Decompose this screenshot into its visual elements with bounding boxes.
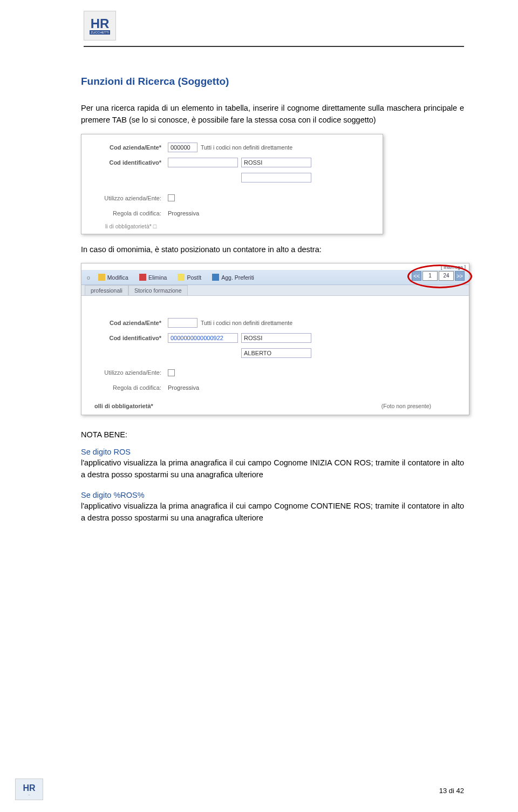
note-2-body: l'applicativo visualizza la prima anagra… (81, 500, 464, 524)
elimina-label: Elimina (148, 274, 167, 281)
note-1: Se digito ROS l'applicativo visualizza l… (81, 448, 464, 481)
surname-input[interactable]: ROSSI (241, 158, 311, 167)
postit-label: PostIt (187, 274, 201, 281)
name-input-2[interactable]: ALBERTO (241, 348, 311, 358)
header-rule (84, 46, 464, 47)
regola-label-2: Regola di codifica: (89, 384, 165, 391)
interroga-tag: [ Interroga ] (81, 263, 469, 270)
screenshot-form-1: Cod azienda/Ente* 000000 Tutti i codici … (81, 134, 383, 234)
cod-ident-label-2: Cod identificativo* (89, 335, 165, 341)
screenshot-form-2: [ Interroga ] o Modifica Elimina PostIt (81, 263, 469, 415)
cod-azienda-input-2[interactable]: 000000 (168, 318, 197, 328)
modifica-label: Modifica (107, 274, 128, 281)
note-1-body: l'applicativo visualizza la prima anagra… (81, 457, 464, 481)
pager-prev-button[interactable]: << (412, 271, 421, 281)
tabstrip: professionali Storico formazione (81, 285, 469, 296)
regola-value-2: Progressiva (168, 384, 199, 391)
cod-azienda-input[interactable]: 000000 (168, 143, 197, 152)
tab-storico-formazione[interactable]: Storico formazione (128, 285, 188, 295)
postit-button[interactable]: PostIt (173, 272, 206, 282)
intro-paragraph: Per una ricerca rapida di un elemento in… (81, 103, 464, 126)
toolbar: o Modifica Elimina PostIt (81, 270, 469, 285)
toolbar-prefix: o (85, 274, 92, 281)
name-input-empty[interactable] (241, 173, 311, 182)
postit-icon (178, 274, 185, 281)
utilizzo-label: Utilizzo azienda/Ente: (89, 195, 165, 201)
cod-ident-input-2[interactable]: 0000000000000922 (168, 333, 238, 343)
cod-ident-input-empty[interactable] (168, 158, 238, 167)
regola-value: Progressiva (168, 210, 199, 216)
agg-preferiti-button[interactable]: Agg. Preferiti (207, 272, 259, 282)
utilizzo-label-2: Utilizzo azienda/Ente: (89, 369, 165, 376)
logo-sub: ZUCCHETTI (90, 30, 110, 35)
note-2-title: Se digito %ROS% (81, 491, 464, 499)
footer-logo: HR — (15, 779, 43, 800)
pencil-icon (98, 274, 105, 281)
cutoff-text: li di obbligatorietà* □ (89, 223, 377, 231)
obblig-label: olli di obbligatorietà* (89, 401, 153, 411)
elimina-button[interactable]: Elimina (134, 272, 172, 282)
agg-label: Agg. Preferiti (221, 274, 254, 281)
page-title: Funzioni di Ricerca (Soggetto) (81, 76, 464, 87)
delete-icon (139, 274, 146, 281)
pager-next-button[interactable]: >> (455, 271, 465, 281)
modifica-button[interactable]: Modifica (93, 272, 133, 282)
cod-azienda-label: Cod azienda/Ente* (89, 144, 165, 151)
utilizzo-checkbox-2[interactable] (168, 369, 175, 376)
utilizzo-checkbox[interactable] (168, 194, 175, 201)
pager-current[interactable]: 1 (422, 271, 438, 281)
pager: << 1 24 >> (412, 271, 465, 281)
header-logo: HR ZUCCHETTI (84, 11, 116, 40)
cod-azienda-label-2: Cod azienda/Ente* (89, 320, 165, 326)
note-2: Se digito %ROS% l'applicativo visualizza… (81, 491, 464, 524)
cod-azienda-desc: Tutti i codici non definiti direttamente (201, 144, 292, 151)
note-1-title: Se digito ROS (81, 448, 464, 456)
mid-paragraph: In caso di omonimia, è stato posizionato… (81, 244, 464, 256)
regola-label: Regola di codifica: (89, 210, 165, 216)
tab-professionali[interactable]: professionali (85, 285, 128, 295)
pager-total: 24 (439, 271, 454, 281)
refresh-icon (212, 274, 219, 281)
footer-logo-sub: — (28, 793, 30, 796)
footer-logo-text: HR (23, 783, 35, 793)
logo-text: HR (91, 17, 110, 30)
nota-bene-label: NOTA BENE: (81, 430, 464, 439)
page-number: 13 di 42 (439, 787, 464, 795)
cod-ident-label: Cod identificativo* (89, 159, 165, 166)
cod-azienda-desc-2: Tutti i codici non definiti direttamente (201, 320, 292, 326)
surname-input-2[interactable]: ROSSI (241, 333, 311, 343)
foto-placeholder: (Foto non presente) (381, 403, 464, 409)
